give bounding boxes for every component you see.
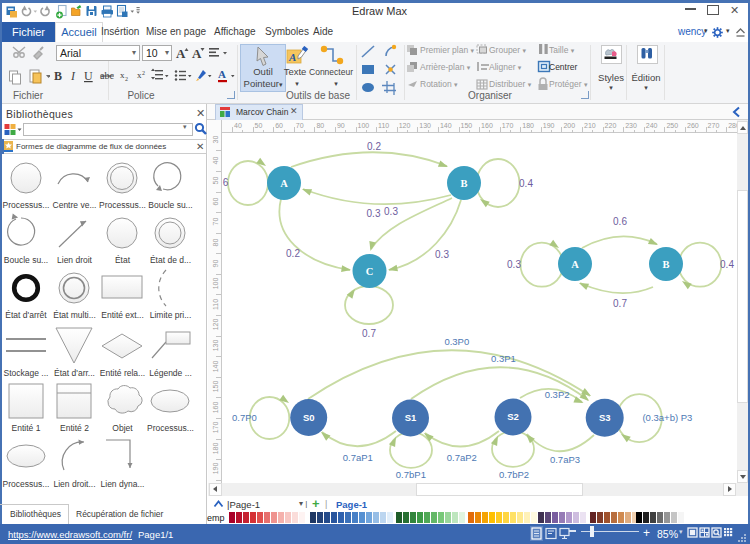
svg-text:2: 2: [142, 70, 145, 76]
svg-text:S3: S3: [599, 412, 611, 423]
svg-text:S0: S0: [303, 412, 315, 423]
svg-text:0.7bP1: 0.7bP1: [396, 469, 426, 480]
svg-text:0.2: 0.2: [367, 141, 381, 152]
svg-text:0.7aP2: 0.7aP2: [447, 452, 477, 463]
svg-text:0.7aP1: 0.7aP1: [343, 452, 373, 463]
svg-text:S2: S2: [507, 411, 519, 422]
svg-text:0.7: 0.7: [362, 328, 376, 339]
svg-text:(0.3a+b) P3: (0.3a+b) P3: [642, 412, 692, 423]
svg-text:0.3: 0.3: [384, 206, 398, 217]
svg-text:A: A: [571, 259, 579, 270]
svg-text:0.3: 0.3: [435, 249, 449, 260]
svg-text:2: 2: [125, 76, 128, 82]
svg-text:S1: S1: [405, 412, 417, 423]
svg-text:0.2: 0.2: [286, 248, 300, 259]
svg-text:C: C: [366, 266, 374, 277]
svg-text:0.3P2: 0.3P2: [545, 389, 570, 400]
svg-text:0.3: 0.3: [507, 259, 521, 270]
svg-text:0.7: 0.7: [613, 298, 627, 309]
svg-text:0.6: 0.6: [613, 216, 627, 227]
svg-text:A: A: [176, 46, 186, 61]
svg-text:0.7bP2: 0.7bP2: [499, 469, 529, 480]
svg-text:B: B: [54, 69, 62, 83]
svg-text:0.4: 0.4: [519, 178, 533, 189]
svg-text:A: A: [288, 51, 296, 63]
svg-text:0.7aP3: 0.7aP3: [550, 454, 580, 465]
svg-text:0.3: 0.3: [367, 208, 381, 219]
svg-text:A: A: [192, 46, 202, 61]
svg-text:abc: abc: [100, 70, 114, 81]
svg-text:A: A: [280, 178, 288, 189]
svg-text:0.3P1: 0.3P1: [491, 353, 516, 364]
svg-text:U: U: [84, 69, 93, 83]
svg-text:B: B: [662, 259, 669, 270]
svg-text:I: I: [70, 69, 76, 83]
svg-text:0.3P0: 0.3P0: [444, 336, 469, 347]
svg-text:B: B: [460, 178, 467, 189]
svg-text:0.4: 0.4: [720, 259, 734, 270]
svg-text:0.7P0: 0.7P0: [232, 412, 257, 423]
svg-text:A: A: [218, 68, 226, 80]
svg-text:6: 6: [223, 177, 229, 188]
